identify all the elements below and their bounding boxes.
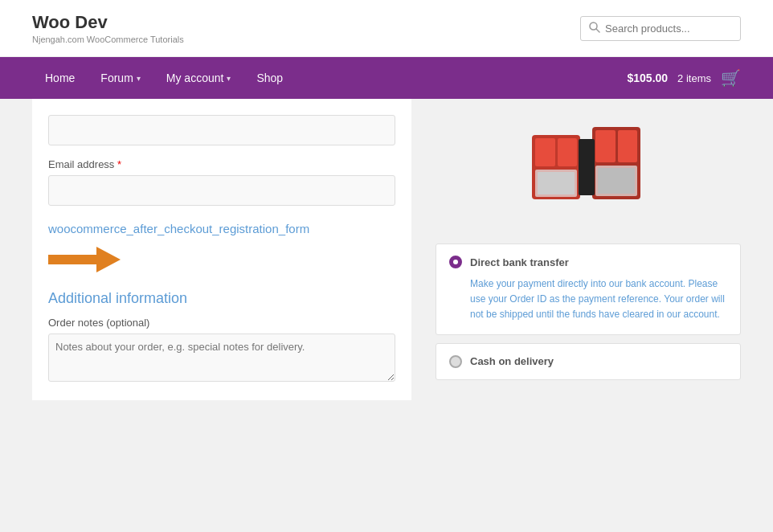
svg-rect-4 (535, 138, 555, 166)
product-image (524, 115, 652, 219)
search-input[interactable] (605, 23, 732, 35)
email-label: Email address * (48, 158, 395, 170)
search-bar[interactable] (580, 16, 741, 41)
svg-rect-5 (558, 138, 577, 166)
payment-option-header-bank: Direct bank transfer (449, 256, 727, 268)
site-branding: Woo Dev Njengah.com WooCommerce Tutorial… (32, 12, 184, 44)
chevron-down-icon: ▾ (137, 74, 141, 83)
nav-item-myaccount[interactable]: My account ▾ (153, 57, 244, 99)
nav-items: Home Forum ▾ My account ▾ Shop (32, 57, 296, 99)
svg-marker-2 (48, 247, 121, 272)
nav-item-home[interactable]: Home (32, 57, 88, 99)
nav-item-forum[interactable]: Forum ▾ (88, 57, 153, 99)
radio-selected-icon[interactable] (449, 256, 462, 268)
cart-icon[interactable]: 🛒 (721, 68, 741, 88)
payment-option-direct-bank[interactable]: Direct bank transfer Make your payment d… (436, 243, 741, 335)
payment-option-header-cod: Cash on delivery (449, 355, 727, 368)
main-content: Email address * woocommerce_after_checko… (0, 99, 773, 432)
payment-description-bank: Make your payment directly into our bank… (449, 276, 727, 323)
site-title: Woo Dev (32, 12, 184, 33)
svg-line-1 (596, 29, 599, 32)
cart-count: 2 items (677, 72, 711, 84)
product-svg (524, 115, 652, 219)
cart-area: $105.00 2 items 🛒 (627, 68, 741, 88)
radio-unselected-icon[interactable] (449, 355, 462, 368)
svg-rect-13 (579, 139, 595, 195)
payment-label-cod: Cash on delivery (470, 355, 554, 367)
payment-label-bank: Direct bank transfer (470, 256, 569, 268)
hook-text-area: woocommerce_after_checkout_registration_… (48, 220, 395, 276)
svg-rect-12 (598, 168, 635, 194)
product-image-area (436, 99, 741, 243)
top-field (48, 115, 395, 145)
cart-amount: $105.00 (627, 72, 668, 84)
order-notes-label: Order notes (optional) (48, 317, 395, 329)
chevron-down-icon: ▾ (227, 74, 231, 83)
nav-item-shop[interactable]: Shop (243, 57, 296, 99)
svg-rect-10 (618, 130, 637, 162)
additional-info-section: Additional information Order notes (opti… (48, 290, 395, 384)
payment-options: Direct bank transfer Make your payment d… (436, 243, 741, 380)
svg-rect-7 (538, 172, 575, 194)
left-column: Email address * woocommerce_after_checko… (32, 99, 411, 400)
additional-info-heading: Additional information (48, 290, 395, 307)
site-header: Woo Dev Njengah.com WooCommerce Tutorial… (0, 0, 773, 57)
top-input-bar[interactable] (48, 115, 395, 145)
site-nav: Home Forum ▾ My account ▾ Shop $105.00 2… (0, 57, 773, 99)
hook-text: woocommerce_after_checkout_registration_… (48, 220, 395, 239)
email-input[interactable] (48, 175, 395, 206)
site-tagline: Njengah.com WooCommerce Tutorials (32, 35, 184, 44)
right-column: Direct bank transfer Make your payment d… (436, 99, 741, 400)
email-field-group: Email address * (48, 158, 395, 206)
required-star: * (114, 158, 121, 170)
svg-rect-9 (595, 130, 616, 162)
orange-arrow-icon (48, 243, 121, 276)
search-icon (589, 22, 600, 35)
arrow-container (48, 243, 395, 276)
order-notes-textarea[interactable] (48, 334, 395, 382)
payment-option-cod[interactable]: Cash on delivery (436, 343, 741, 380)
